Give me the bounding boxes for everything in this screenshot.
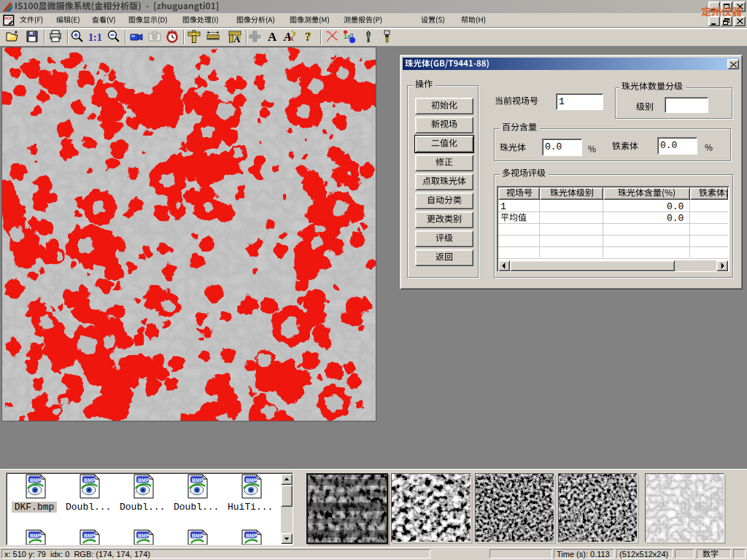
svg-text:3: 3 (350, 32, 354, 39)
svg-text:BMP: BMP (84, 533, 96, 538)
svg-text:BMP: BMP (192, 478, 204, 483)
svg-text:BMP: BMP (84, 478, 96, 483)
svg-text:BMP: BMP (30, 478, 42, 483)
svg-text:BMP: BMP (246, 478, 258, 483)
svg-text:BMP: BMP (138, 478, 150, 483)
svg-text:A: A (233, 34, 241, 44)
svg-text:?: ? (306, 30, 312, 42)
svg-text:A: A (268, 30, 277, 44)
svg-text:1:1: 1:1 (88, 32, 102, 43)
svg-text:BMP: BMP (30, 533, 42, 538)
svg-text:BMP: BMP (246, 533, 258, 538)
svg-text:BMP: BMP (192, 533, 204, 538)
svg-text:BMP: BMP (138, 533, 150, 538)
svg-text:DOC: DOC (4, 16, 13, 20)
